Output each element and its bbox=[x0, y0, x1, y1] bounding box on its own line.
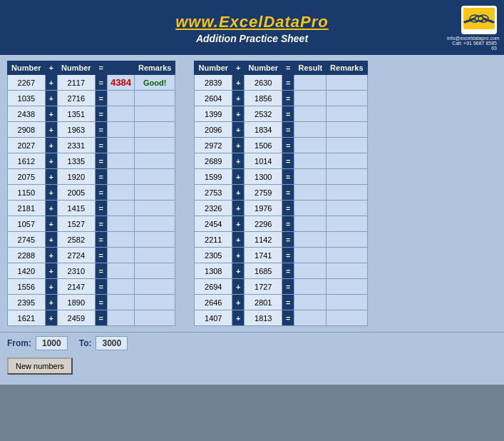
result-cell[interactable] bbox=[294, 263, 326, 279]
table-row: 2839+2630= bbox=[195, 75, 367, 91]
sub-title: Addition Practice Sheet bbox=[57, 33, 447, 44]
result-cell[interactable] bbox=[108, 263, 135, 279]
result-cell[interactable] bbox=[108, 106, 135, 122]
table-row: 2326+1976= bbox=[195, 201, 367, 216]
result-cell[interactable] bbox=[108, 91, 135, 106]
result-cell[interactable] bbox=[294, 216, 326, 232]
plus-cell: + bbox=[232, 122, 245, 138]
remarks-cell bbox=[135, 185, 175, 201]
table-row: 2267+2117=4384Good! bbox=[8, 75, 175, 91]
result-cell[interactable] bbox=[108, 295, 135, 310]
eq-cell: = bbox=[282, 75, 294, 91]
eq-cell: = bbox=[95, 138, 107, 153]
right-n2-cell: 1856 bbox=[245, 91, 282, 106]
contact-info: info@exceldatapro.com Call: +91 9687 858… bbox=[447, 36, 497, 51]
remarks-cell bbox=[326, 75, 367, 91]
right-n1-cell: 2972 bbox=[195, 138, 232, 153]
eq-cell: = bbox=[282, 263, 294, 279]
result-cell[interactable] bbox=[108, 216, 135, 232]
result-cell[interactable]: 4384 bbox=[108, 75, 135, 91]
right-th-remarks: Remarks bbox=[326, 61, 367, 75]
result-cell[interactable] bbox=[294, 75, 326, 91]
result-cell[interactable] bbox=[108, 138, 135, 153]
result-cell[interactable] bbox=[294, 185, 326, 201]
right-n1-cell: 2604 bbox=[195, 91, 232, 106]
right-n2-cell: 1685 bbox=[245, 263, 282, 279]
right-n1-cell: 1407 bbox=[195, 310, 232, 326]
plus-cell: + bbox=[232, 295, 245, 310]
result-cell[interactable] bbox=[108, 185, 135, 201]
right-n2-cell: 2630 bbox=[245, 75, 282, 91]
table-row: 2211+1142= bbox=[195, 232, 367, 248]
result-cell[interactable] bbox=[108, 248, 135, 263]
plus-cell: + bbox=[232, 232, 245, 248]
plus-cell: + bbox=[232, 138, 245, 153]
result-cell[interactable] bbox=[294, 310, 326, 326]
result-cell[interactable] bbox=[108, 232, 135, 248]
eq-cell: = bbox=[282, 169, 294, 185]
right-n2-cell: 1014 bbox=[245, 153, 282, 169]
new-numbers-button[interactable]: New numbers bbox=[7, 358, 73, 375]
remarks-cell bbox=[326, 185, 367, 201]
result-cell[interactable] bbox=[294, 295, 326, 310]
left-th-number2: Number bbox=[58, 61, 96, 75]
remarks-cell bbox=[135, 232, 175, 248]
plus-cell: + bbox=[232, 201, 245, 216]
plus-cell: + bbox=[45, 106, 57, 122]
table-row: 1035+2716= bbox=[8, 91, 175, 106]
plus-cell: + bbox=[232, 310, 245, 326]
left-n2-cell: 2716 bbox=[58, 91, 96, 106]
left-n2-cell: 1890 bbox=[58, 295, 96, 310]
result-cell[interactable] bbox=[294, 232, 326, 248]
right-n2-cell: 2759 bbox=[245, 185, 282, 201]
right-th-eq: = bbox=[282, 61, 294, 75]
table-row: 1057+1527= bbox=[8, 216, 175, 232]
left-n2-cell: 2582 bbox=[58, 232, 96, 248]
result-cell[interactable] bbox=[108, 310, 135, 326]
result-cell[interactable] bbox=[294, 122, 326, 138]
right-n2-cell: 1300 bbox=[245, 169, 282, 185]
remarks-cell bbox=[135, 91, 175, 106]
left-th-remarks: Remarks bbox=[135, 61, 175, 75]
table-row: 1621+2459= bbox=[8, 310, 175, 326]
right-n1-cell: 2753 bbox=[195, 185, 232, 201]
remarks-cell bbox=[135, 153, 175, 169]
result-cell[interactable] bbox=[108, 279, 135, 295]
left-n2-cell: 1415 bbox=[58, 201, 96, 216]
left-n2-cell: 2724 bbox=[58, 248, 96, 263]
left-n2-cell: 1920 bbox=[58, 169, 96, 185]
table-row: 2181+1415= bbox=[8, 201, 175, 216]
eq-cell: = bbox=[95, 279, 107, 295]
right-th-number1: Number bbox=[195, 61, 232, 75]
result-cell[interactable] bbox=[294, 169, 326, 185]
result-cell[interactable] bbox=[294, 153, 326, 169]
table-row: 2395+1890= bbox=[8, 295, 175, 310]
result-cell[interactable] bbox=[108, 153, 135, 169]
result-cell[interactable] bbox=[108, 169, 135, 185]
plus-cell: + bbox=[45, 185, 57, 201]
eq-cell: = bbox=[95, 248, 107, 263]
plus-cell: + bbox=[45, 138, 57, 153]
plus-cell: + bbox=[45, 91, 57, 106]
result-cell[interactable] bbox=[294, 279, 326, 295]
remarks-cell bbox=[326, 279, 367, 295]
right-n2-cell: 2296 bbox=[245, 216, 282, 232]
result-cell[interactable] bbox=[294, 106, 326, 122]
result-cell[interactable] bbox=[294, 138, 326, 153]
left-n1-cell: 2908 bbox=[8, 122, 46, 138]
remarks-cell bbox=[326, 91, 367, 106]
remarks-cell bbox=[326, 201, 367, 216]
left-n1-cell: 1556 bbox=[8, 279, 46, 295]
left-n1-cell: 1035 bbox=[8, 91, 46, 106]
result-cell[interactable] bbox=[294, 201, 326, 216]
result-cell[interactable] bbox=[294, 248, 326, 263]
to-label: To: bbox=[79, 338, 92, 348]
eq-cell: = bbox=[95, 216, 107, 232]
eq-cell: = bbox=[95, 263, 107, 279]
result-cell[interactable] bbox=[108, 201, 135, 216]
result-cell[interactable] bbox=[108, 122, 135, 138]
remarks-cell bbox=[135, 263, 175, 279]
result-cell[interactable] bbox=[294, 91, 326, 106]
main-title: www.ExcelDataPro bbox=[57, 13, 447, 31]
right-n1-cell: 1399 bbox=[195, 106, 232, 122]
